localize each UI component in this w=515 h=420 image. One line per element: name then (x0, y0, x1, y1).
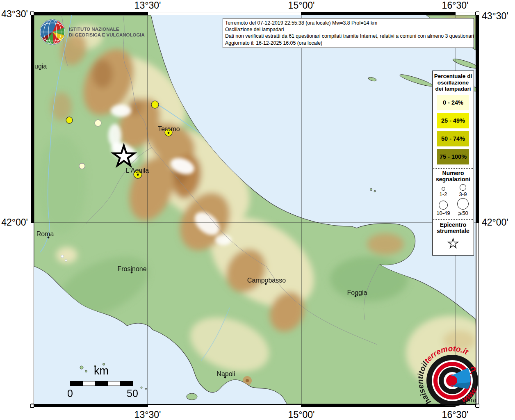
city-label-teramo: Teramo (158, 126, 180, 132)
city-label-perugia: ugia (34, 63, 47, 70)
city-label-foggia: Foggia (347, 289, 367, 296)
report-circle-10-49 (439, 201, 448, 210)
haisentito-logo: haisentitoilterremoto.it www. ? (417, 346, 489, 411)
frame-left-1 (31, 15, 34, 222)
frame-top-3 (301, 12, 455, 15)
info-line-updated: Aggiornato il: 16-12-2025 16:05 (ora loc… (225, 40, 472, 46)
lon-label-top-1: 13°30' (134, 0, 161, 10)
city-label-laquila: L'Aquila (126, 167, 149, 174)
observation-dot (151, 101, 159, 108)
screenshot-root: ugia Teramo L'Aquila Roma Frosinone Camp… (0, 0, 515, 420)
report-size-50plus: ⩾50 (453, 198, 473, 216)
frame-bottom-2 (148, 404, 301, 407)
report-circle-50plus (457, 198, 469, 210)
report-size-1-2: 1-2 (433, 184, 453, 197)
observation-dot (79, 163, 85, 169)
lon-label-top-2: 15°00' (288, 0, 315, 10)
info-line-source: Dati non verificati estratti da 61 quest… (225, 33, 472, 39)
legend-class-50-74: 50 - 74% (437, 131, 469, 146)
frame-top-2 (148, 12, 301, 15)
info-line-event: Terremoto del 07-12-2019 22:55:38 (ora l… (225, 20, 472, 26)
lon-label-bottom-2: 15°00' (288, 410, 315, 420)
legend-separator-2 (433, 219, 473, 220)
city-label-napoli: Napoli (216, 370, 235, 377)
frame-top-4 (455, 12, 476, 15)
legend-class-0-24: 0 - 24% (437, 95, 469, 110)
lat-label-left-1: 43°30' (0, 9, 28, 19)
frame-corner-tr (476, 11, 479, 15)
lat-label-right-1: 43°30' (482, 11, 508, 21)
ingv-logo: ISTITUTO NAZIONALE DI GEOFISICA E VULCAN… (39, 19, 145, 45)
frame-corner-bl (30, 404, 34, 408)
frame-bottom-1 (34, 404, 148, 407)
earthquake-info-box: Terremoto del 07-12-2019 22:55:38 (ora l… (223, 18, 474, 48)
ingv-globe-icon (39, 19, 66, 45)
report-circle-1-2 (442, 187, 445, 191)
legend-star-icon (447, 237, 459, 250)
lat-label-left-2: 42°00' (0, 217, 28, 227)
observation-dot (95, 120, 101, 126)
legend-reports-title: Numero segnalazioni (433, 170, 473, 183)
city-label-campobasso: Campobasso (247, 277, 286, 284)
report-circle-3-9 (460, 184, 466, 191)
legend-report-sizes: 1-2 3-9 10-49 ⩾50 (433, 184, 473, 216)
info-line-effect: Oscillazione dei lampadari (225, 26, 472, 33)
legend-intensity-title: Percentuale di oscillazione dei lampadar… (433, 73, 473, 92)
lon-label-bottom-1: 13°30' (134, 410, 161, 420)
report-size-3-9: 3-9 (453, 184, 473, 197)
scale-bar-segments (70, 381, 133, 386)
legend-panel: Percentuale di oscillazione dei lampadar… (432, 71, 474, 256)
city-label-frosinone: Frosinone (117, 265, 146, 272)
legend-class-25-49: 25 - 49% (437, 113, 469, 128)
frame-left-2 (31, 222, 34, 404)
scale-start-label: 0 (67, 388, 73, 399)
city-label-roma: Roma (36, 231, 54, 237)
lon-label-top-3: 16°30' (442, 0, 469, 10)
ingv-text-line1: ISTITUTO NAZIONALE (69, 26, 145, 32)
topographic-map (34, 15, 476, 404)
scale-unit-label: km (94, 365, 109, 377)
scale-end-label: 50 (127, 388, 138, 399)
lat-label-right-2: 42°00' (482, 217, 508, 227)
report-size-10-49: 10-49 (433, 198, 453, 216)
legend-class-75-100: 75 - 100% (437, 149, 469, 164)
frame-top-1 (34, 12, 148, 15)
legend-separator-1 (433, 168, 473, 169)
legend-epicenter-title: Epicentro strumentale (433, 222, 473, 235)
observation-dot (66, 117, 73, 123)
frame-right-1 (476, 15, 479, 222)
ingv-text-line2: DI GEOFISICA E VULCANOLOGIA (69, 32, 145, 38)
frame-corner-tl (30, 11, 34, 15)
